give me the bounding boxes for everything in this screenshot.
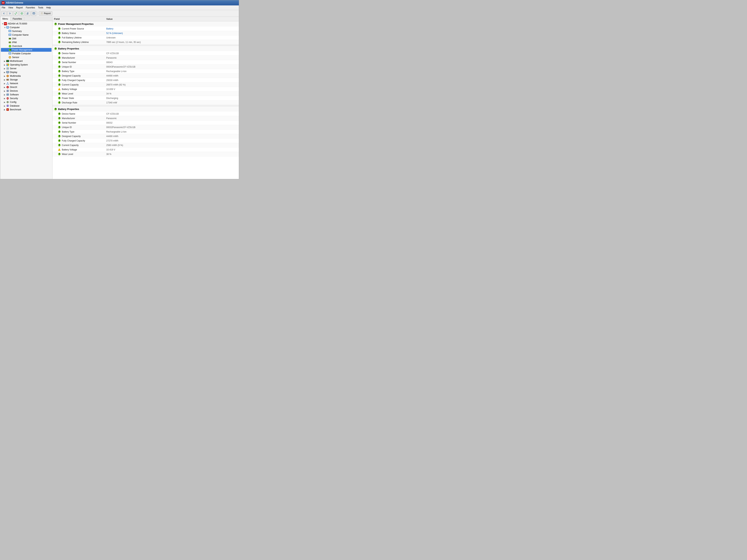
battery-2-icon — [54, 108, 57, 110]
svg-text:!: ! — [59, 89, 59, 90]
sidebar-item-software[interactable]: ▶ Software — [1, 93, 52, 97]
tab-menu[interactable]: Menu — [0, 17, 10, 21]
value-b1-unique-id: 00043PanasonicCF-VZSU1B — [106, 65, 237, 68]
svg-rect-36 — [6, 65, 8, 66]
sidebar-item-directx[interactable]: ▶ X DirectX — [1, 85, 52, 89]
row-b2-device-name: Device Name CF-VZSU1B — [52, 112, 239, 116]
value-b1-wear-level: 34 % — [106, 92, 237, 95]
row-b1-current-capacity: Current Capacity 26870 mWh (92 %) — [52, 82, 239, 87]
menu-file[interactable]: File — [0, 6, 7, 9]
svg-rect-72 — [6, 102, 7, 102]
field-label-full-battery-lifetime: Full Battery Lifetime — [62, 36, 82, 39]
value-b1-manufacturer: Panasonic — [106, 57, 237, 59]
sidebar-item-power-management[interactable]: Power Management — [1, 48, 52, 52]
row-b1-wear-level: Wear Level 34 % — [52, 91, 239, 96]
users-button[interactable] — [25, 11, 30, 16]
svg-rect-53 — [8, 84, 9, 85]
row-b2-battery-voltage: ! Battery Voltage 10.419 V — [52, 148, 239, 152]
value-b1-designed-capacity: 44490 mWh — [106, 75, 237, 77]
svg-point-41 — [8, 69, 8, 69]
field-b1-device-name: Device Name — [54, 52, 106, 55]
sidebar-item-computer[interactable]: ▼ Computer — [1, 26, 52, 29]
menu-favorites[interactable]: Favorites — [24, 6, 36, 9]
row-b2-serial: Serial Number 00032 — [52, 121, 239, 125]
svg-text:★: ★ — [7, 109, 8, 110]
value-b1-power-state: Discharging — [106, 97, 237, 100]
value-full-battery-lifetime: Unknown — [106, 36, 237, 39]
value-b2-current-capacity: 2580 mWh (9 %) — [106, 144, 237, 146]
svg-point-76 — [7, 106, 8, 107]
field-label-current-power-source: Current Power Source — [62, 27, 84, 30]
row-b1-device-name: Device Name CF-VZSU1B — [52, 51, 239, 56]
sidebar-item-motherboard[interactable]: ▶ Motherboard — [1, 59, 52, 63]
svg-text:!: ! — [59, 149, 59, 151]
sidebar-item-config[interactable]: ▶ Config — [1, 100, 52, 104]
back-button[interactable] — [1, 11, 6, 16]
sidebar-item-database[interactable]: ▶ Database — [1, 104, 52, 108]
content-area: Menu Favorites ▼ 64 AIDA64 v6.70.6000 ▼ — [0, 17, 239, 179]
svg-rect-32 — [8, 60, 8, 61]
field-b2-device-name: Device Name — [54, 112, 106, 115]
report-button[interactable]: Report — [39, 11, 52, 16]
tree: ▼ 64 AIDA64 v6.70.6000 ▼ Computer — [0, 21, 52, 179]
field-b2-unique-id: Unique ID — [54, 126, 106, 129]
screenshot-button[interactable] — [31, 11, 36, 16]
menu-tools[interactable]: Tools — [36, 6, 45, 9]
sidebar-item-sensor[interactable]: Sensor — [1, 55, 52, 59]
svg-point-65 — [7, 94, 7, 94]
sidebar-item-server[interactable]: ▶ Server — [1, 66, 52, 70]
value-remaining-battery-lifetime: 7895 sec (2 hours, 11 min, 35 sec) — [106, 41, 237, 44]
svg-point-2 — [28, 12, 29, 13]
svg-point-40 — [8, 68, 8, 68]
refresh-button[interactable] — [13, 11, 19, 16]
sidebar-item-security[interactable]: ▶ Security — [1, 97, 52, 100]
tab-favorites[interactable]: Favorites — [10, 17, 24, 21]
menu-view[interactable]: View — [7, 6, 15, 9]
sidebar-item-summary[interactable]: Summary — [1, 29, 52, 33]
menu-help[interactable]: Help — [45, 6, 52, 9]
menu-report[interactable]: Report — [15, 6, 24, 9]
row-remaining-battery-lifetime: Remaining Battery Lifetime 7895 sec (2 h… — [52, 40, 239, 45]
section-separator-2 — [52, 105, 239, 106]
value-b1-battery-type: Rechargeable Li-Ion — [106, 70, 237, 73]
svg-text:X: X — [7, 87, 8, 88]
update-button[interactable] — [19, 11, 24, 16]
field-b1-wear-level: Wear Level — [54, 92, 106, 95]
menu-bar: File View Report Favorites Tools Help — [0, 5, 239, 10]
svg-rect-27 — [9, 53, 11, 54]
svg-rect-6 — [41, 12, 43, 15]
sidebar-item-operating-system[interactable]: ▶ Operating System — [1, 63, 52, 66]
panel-tabs: Menu Favorites — [0, 17, 52, 21]
section-header-battery-2: Battery Properties — [52, 106, 239, 112]
value-b1-battery-voltage: 10.839 V — [106, 88, 237, 90]
root-arrow: ▼ — [2, 23, 4, 25]
svg-rect-35 — [8, 64, 9, 65]
svg-rect-61 — [8, 90, 8, 91]
battery-properties-2-section: Battery Properties Device Name CF-VZSU1B… — [52, 106, 239, 156]
sidebar-item-devices[interactable]: ▶ Devices — [1, 89, 52, 93]
sidebar-item-ipmi[interactable]: IPMI — [1, 41, 52, 44]
row-battery-status: Battery Status 52 % (Unknown) — [52, 31, 239, 35]
sidebar-item-computer-name[interactable]: Computer Name — [1, 33, 52, 37]
sidebar-item-network[interactable]: ▶ Network — [1, 82, 52, 85]
svg-rect-60 — [7, 90, 8, 91]
right-panel-header: Field Value — [52, 17, 239, 21]
sidebar-item-dmi[interactable]: DMI — [1, 37, 52, 41]
forward-button[interactable] — [7, 11, 12, 16]
svg-rect-31 — [7, 60, 7, 61]
sidebar-item-storage[interactable]: ▶ Storage — [1, 78, 52, 82]
sidebar-item-display[interactable]: ▶ Display — [1, 70, 52, 74]
field-label-battery-status: Battery Status — [62, 32, 76, 34]
tree-root[interactable]: ▼ 64 AIDA64 v6.70.6000 — [1, 22, 52, 26]
toolbar-separator — [37, 11, 38, 16]
sidebar-item-overclock[interactable]: Overclock — [1, 44, 52, 48]
row-b1-battery-voltage: ! Battery Voltage 10.839 V — [52, 87, 239, 91]
field-remaining-battery-lifetime: Remaining Battery Lifetime — [54, 41, 106, 44]
sidebar-item-portable-computer[interactable]: Portable Computer — [1, 52, 52, 55]
sidebar-item-multimedia[interactable]: ▶ Multimedia — [1, 74, 52, 78]
value-current-power-source: Battery — [106, 27, 237, 30]
svg-rect-21 — [9, 42, 11, 43]
svg-rect-37 — [8, 65, 9, 66]
sidebar-item-benchmark[interactable]: ▶ ★ Benchmark — [1, 108, 52, 111]
value-b2-fully-charged: 27270 mWh — [106, 139, 237, 142]
